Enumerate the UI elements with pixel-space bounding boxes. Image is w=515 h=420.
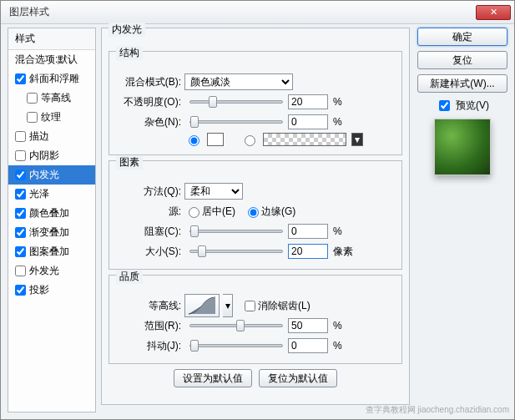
panel-title: 内发光: [109, 23, 145, 37]
quality-legend: 品质: [116, 270, 143, 284]
make-default-button[interactable]: 设置为默认值: [174, 369, 252, 387]
noise-label: 杂色(N):: [116, 115, 184, 129]
opacity-unit: %: [333, 96, 342, 108]
preview-label: 预览(V): [456, 99, 489, 113]
gradient-swatch[interactable]: [263, 133, 346, 146]
style-item-label: 纹理: [41, 110, 61, 124]
style-item-checkbox[interactable]: [15, 266, 26, 276]
blend-mode-label: 混合模式(B):: [116, 75, 184, 89]
choke-label: 阻塞(C):: [116, 225, 184, 239]
contour-dropdown[interactable]: ▾: [223, 294, 233, 317]
style-item-1[interactable]: 等高线: [8, 89, 95, 108]
style-item-checkbox[interactable]: [27, 93, 38, 104]
color-radio[interactable]: [189, 135, 199, 146]
technique-select[interactable]: 柔和: [184, 183, 243, 200]
style-item-checkbox[interactable]: [15, 150, 26, 161]
jitter-input[interactable]: [288, 338, 328, 353]
noise-unit: %: [333, 116, 342, 128]
noise-slider[interactable]: [189, 120, 283, 124]
style-item-8[interactable]: 渐变叠加: [8, 223, 95, 242]
blend-mode-select[interactable]: 颜色减淡: [184, 73, 293, 90]
preview-checkbox[interactable]: [439, 100, 450, 111]
source-edge-label: 边缘(G): [261, 205, 295, 219]
right-panel: 确定 复位 新建样式(W)... 预览(V): [417, 28, 507, 175]
size-label: 大小(S):: [116, 245, 184, 259]
style-item-checkbox[interactable]: [15, 227, 26, 238]
contour-picker[interactable]: [184, 294, 220, 317]
choke-unit: %: [333, 225, 342, 237]
range-unit: %: [333, 320, 342, 331]
style-item-6[interactable]: 光泽: [8, 185, 95, 204]
color-swatch[interactable]: [207, 133, 224, 146]
style-item-2[interactable]: 纹理: [8, 108, 95, 127]
range-label: 范围(R):: [116, 319, 184, 333]
source-center-label: 居中(E): [202, 205, 235, 219]
style-item-checkbox[interactable]: [27, 112, 38, 123]
choke-input[interactable]: [288, 224, 328, 239]
style-item-4[interactable]: 内阴影: [8, 146, 95, 165]
style-item-checkbox[interactable]: [15, 170, 26, 180]
structure-group: 结构 混合模式(B): 颜色减淡 不透明度(O): % 杂色(: [109, 51, 402, 155]
style-item-9[interactable]: 图案叠加: [8, 242, 95, 261]
quality-group: 品质 等高线: ▾ 消除锯齿(L) 范围(R):: [109, 275, 402, 364]
close-button[interactable]: ✕: [476, 5, 511, 20]
jitter-unit: %: [333, 340, 342, 352]
noise-input[interactable]: [288, 114, 328, 129]
gradient-dropdown[interactable]: ▾: [351, 133, 363, 146]
layer-style-dialog: 图层样式 ✕ 样式 混合选项:默认 斜面和浮雕等高线纹理描边内阴影内发光光泽颜色…: [0, 0, 515, 420]
gradient-radio[interactable]: [245, 135, 255, 146]
style-item-checkbox[interactable]: [15, 131, 26, 142]
style-item-5[interactable]: 内发光: [8, 165, 95, 185]
style-item-label: 斜面和浮雕: [29, 72, 79, 86]
size-slider[interactable]: [189, 250, 283, 253]
style-item-10[interactable]: 外发光: [8, 261, 95, 281]
reset-default-button[interactable]: 复位为默认值: [259, 369, 337, 387]
range-input[interactable]: [288, 318, 328, 333]
size-input[interactable]: [288, 244, 328, 259]
jitter-slider[interactable]: [189, 344, 283, 347]
style-item-label: 内发光: [29, 168, 59, 182]
style-item-checkbox[interactable]: [15, 189, 26, 200]
antialias-checkbox[interactable]: [245, 301, 255, 311]
ok-button[interactable]: 确定: [417, 28, 507, 46]
source-center-radio[interactable]: [189, 207, 199, 218]
style-item-0[interactable]: 斜面和浮雕: [8, 69, 95, 89]
style-item-3[interactable]: 描边: [8, 127, 95, 146]
technique-label: 方法(Q):: [116, 185, 184, 199]
choke-slider[interactable]: [189, 230, 283, 233]
window-title: 图层样式: [9, 5, 476, 19]
style-item-label: 投影: [29, 283, 49, 297]
contour-label: 等高线:: [116, 299, 184, 313]
range-slider[interactable]: [189, 324, 283, 327]
size-unit: 像素: [333, 245, 353, 259]
titlebar: 图层样式 ✕: [1, 1, 514, 24]
style-item-label: 颜色叠加: [29, 206, 69, 220]
style-item-label: 外发光: [29, 264, 59, 278]
opacity-label: 不透明度(O):: [116, 95, 184, 109]
style-item-7[interactable]: 颜色叠加: [8, 204, 95, 223]
style-item-label: 光泽: [29, 187, 49, 201]
elements-legend: 图素: [116, 155, 143, 170]
source-edge-radio[interactable]: [248, 207, 259, 218]
style-item-label: 图案叠加: [29, 245, 69, 259]
style-item-checkbox[interactable]: [15, 73, 26, 84]
jitter-label: 抖动(J):: [116, 339, 184, 353]
structure-legend: 结构: [116, 46, 143, 60]
opacity-slider[interactable]: [189, 100, 283, 104]
main-group: 内发光 结构 混合模式(B): 颜色减淡 不透明度(O): %: [101, 28, 410, 405]
style-item-label: 内阴影: [29, 149, 59, 163]
styles-header[interactable]: 样式: [8, 28, 95, 50]
new-style-button[interactable]: 新建样式(W)...: [417, 74, 507, 93]
style-item-checkbox[interactable]: [15, 246, 26, 257]
style-item-checkbox[interactable]: [15, 285, 26, 296]
style-item-label: 渐变叠加: [29, 225, 69, 240]
opacity-input[interactable]: [288, 94, 328, 109]
style-item-label: 描边: [29, 129, 49, 144]
blend-options-row[interactable]: 混合选项:默认: [8, 50, 95, 69]
elements-group: 图素 方法(Q): 柔和 源: 居中(E) 边缘(G): [109, 160, 402, 270]
style-item-checkbox[interactable]: [15, 208, 26, 219]
style-item-11[interactable]: 投影: [8, 281, 95, 300]
cancel-button[interactable]: 复位: [417, 51, 507, 69]
preview-thumbnail: [434, 119, 491, 175]
styles-list: 样式 混合选项:默认 斜面和浮雕等高线纹理描边内阴影内发光光泽颜色叠加渐变叠加图…: [8, 28, 96, 412]
